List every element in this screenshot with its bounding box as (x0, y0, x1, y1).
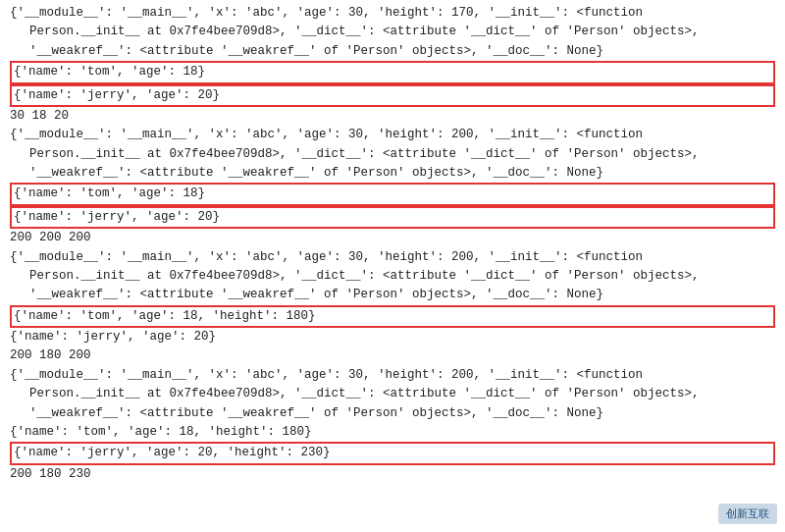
block2-after: 200 200 200 (10, 229, 775, 247)
block4-after: 200 180 230 (10, 465, 775, 484)
block1-after: 30 18 20 (10, 107, 775, 126)
watermark: 创新互联 (718, 504, 777, 524)
block3-after: 200 180 200 (10, 346, 775, 365)
block4-line3: '__weakref__': <attribute '__weakref__' … (10, 404, 775, 423)
block1-line3: '__weakref__': <attribute '__weakref__' … (10, 42, 775, 61)
block1-line2: Person.__init__ at 0x7fe4bee709d8>, '__d… (10, 23, 775, 41)
block2-line1: {'__module__': '__main__', 'x': 'abc', '… (10, 126, 775, 144)
block3-highlight1: {'name': 'tom', 'age': 18, 'height': 180… (10, 305, 775, 328)
block2-line2: Person.__init__ at 0x7fe4bee709d8>, '__d… (10, 145, 775, 164)
block3-line3: '__weakref__': <attribute '__weakref__' … (10, 286, 775, 304)
block4-line1: {'__module__': '__main__', 'x': 'abc', '… (10, 366, 775, 385)
block1-line1: {'__module__': '__main__', 'x': 'abc', '… (10, 4, 775, 23)
block4-highlight-last: {'name': 'jerry', 'age': 20, 'height': 2… (10, 442, 775, 464)
block3-line4: {'name': 'jerry', 'age': 20} (10, 328, 775, 346)
code-output: {'__module__': '__main__', 'x': 'abc', '… (0, 0, 785, 488)
block4-line2: Person.__init__ at 0x7fe4bee709d8>, '__d… (10, 385, 775, 403)
block2-line3: '__weakref__': <attribute '__weakref__' … (10, 164, 775, 183)
block1-highlight1: {'name': 'tom', 'age': 18} (10, 61, 775, 83)
block3-line2: Person.__init__ at 0x7fe4bee709d8>, '__d… (10, 267, 775, 286)
block2-highlight1: {'name': 'tom', 'age': 18} (10, 183, 775, 205)
block3-line1: {'__module__': '__main__', 'x': 'abc', '… (10, 248, 775, 267)
block4-preline: {'name': 'tom', 'age': 18, 'height': 180… (10, 423, 775, 442)
block1-highlight2: {'name': 'jerry', 'age': 20} (10, 84, 775, 107)
block2-highlight2: {'name': 'jerry', 'age': 20} (10, 206, 775, 229)
